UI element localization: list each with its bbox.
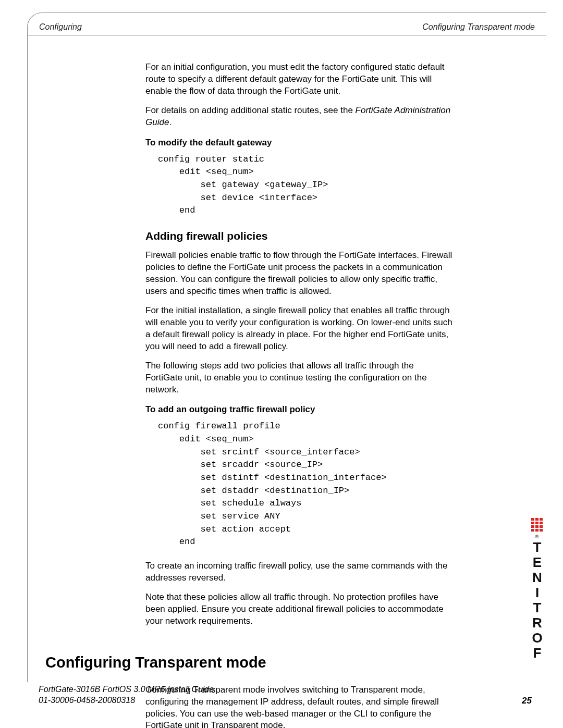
instruction-modify-default-gateway: To modify the default gateway [145, 137, 452, 149]
footer-doc-id: 01-30006-0458-20080318 [39, 695, 214, 706]
instruction-add-outgoing-policy: To add an outgoing traffic firewall poli… [145, 404, 452, 416]
footer-doc-title: FortiGate-3016B FortiOS 3.0 MR6 Install … [39, 684, 214, 695]
header-right: Configuring Transparent mode [422, 22, 535, 32]
logo-letter: I [530, 585, 544, 600]
intro-paragraph-2-post: . [169, 117, 172, 127]
intro-paragraph-1: For an initial configuration, you must e… [145, 61, 452, 97]
intro-paragraph-2-pre: For details on adding additional static … [145, 105, 356, 115]
firewall-paragraph-2: For the initial installation, a single f… [145, 305, 452, 353]
logo-letter: R [530, 615, 544, 630]
firewall-paragraph-4: To create an incoming traffic firewall p… [145, 560, 452, 584]
logo-letter: E [530, 555, 544, 570]
heading-adding-firewall-policies: Adding firewall policies [145, 229, 452, 243]
code-block-firewall-profile: config firewall profile edit <seq_num> s… [158, 420, 452, 548]
fortinet-logo: F O R T I N E T ® [530, 516, 544, 660]
fortinet-grid-icon [531, 518, 543, 532]
header-left: Configuring [39, 22, 82, 32]
page-content: For an initial configuration, you must e… [28, 35, 546, 728]
code-block-router-static: config router static edit <seq_num> set … [158, 153, 452, 217]
firewall-paragraph-3: The following steps add two policies tha… [145, 360, 452, 396]
page-frame: Configuring Configuring Transparent mode… [27, 13, 546, 682]
logo-letter: T [530, 540, 544, 554]
logo-letter: O [530, 631, 544, 645]
logo-letter: N [530, 570, 544, 585]
logo-letter: F [530, 646, 544, 660]
page-footer: FortiGate-3016B FortiOS 3.0 MR6 Install … [39, 684, 532, 706]
heading-configuring-transparent-mode: Configuring Transparent mode [45, 652, 452, 673]
firewall-paragraph-5: Note that these policies allow all traff… [145, 591, 452, 627]
page-header: Configuring Configuring Transparent mode [28, 13, 546, 35]
firewall-paragraph-1: Firewall policies enable traffic to flow… [145, 250, 452, 298]
intro-paragraph-2: For details on adding additional static … [145, 105, 452, 129]
page-number: 25 [522, 696, 532, 706]
logo-registered-mark: ® [535, 534, 539, 539]
footer-left: FortiGate-3016B FortiOS 3.0 MR6 Install … [39, 684, 214, 706]
logo-letter: T [530, 600, 544, 615]
